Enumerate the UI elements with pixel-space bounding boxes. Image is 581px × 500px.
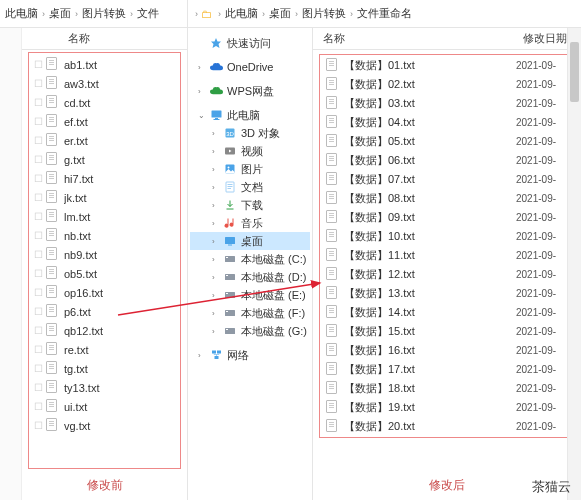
expand-icon[interactable]: › [212, 201, 222, 210]
expand-icon[interactable]: › [212, 147, 222, 156]
file-row[interactable]: 【数据】05.txt2021-09- [320, 132, 574, 151]
checkbox[interactable]: ☐ [30, 211, 46, 222]
nav-item[interactable]: ›桌面 [190, 232, 310, 250]
file-row[interactable]: ☐ab1.txt [30, 55, 179, 74]
bc-seg[interactable]: 此电脑 [225, 6, 258, 21]
file-row[interactable]: ☐aw3.txt [30, 74, 179, 93]
nav-item[interactable]: ›本地磁盘 (G:) [190, 322, 310, 340]
file-row[interactable]: ☐ef.txt [30, 112, 179, 131]
checkbox[interactable]: ☐ [30, 363, 46, 374]
col-name[interactable]: 名称 [64, 31, 187, 46]
file-row[interactable]: ☐tg.txt [30, 359, 179, 378]
bc-seg[interactable]: 文件 [137, 6, 159, 21]
nav-onedrive[interactable]: ›OneDrive [190, 58, 310, 76]
expand-icon[interactable]: › [212, 219, 222, 228]
file-row[interactable]: 【数据】15.txt2021-09- [320, 322, 574, 341]
file-row[interactable]: 【数据】04.txt2021-09- [320, 113, 574, 132]
expand-icon[interactable]: › [212, 273, 222, 282]
file-row[interactable]: ☐op16.txt [30, 283, 179, 302]
nav-network[interactable]: ›网络 [190, 346, 310, 364]
column-header[interactable]: 名称 修改日期 [313, 28, 581, 50]
nav-tree[interactable]: 快速访问 ›OneDrive ›WPS网盘 ⌄此电脑 ›3D3D 对象›视频›图… [188, 28, 313, 500]
checkbox[interactable]: ☐ [30, 306, 46, 317]
file-row[interactable]: 【数据】16.txt2021-09- [320, 341, 574, 360]
nav-wps[interactable]: ›WPS网盘 [190, 82, 310, 100]
column-header[interactable]: 名称 [22, 28, 187, 50]
file-row[interactable]: ☐jk.txt [30, 188, 179, 207]
expand-icon[interactable]: › [212, 129, 222, 138]
file-row[interactable]: ☐er.txt [30, 131, 179, 150]
checkbox[interactable]: ☐ [30, 59, 46, 70]
file-row[interactable]: 【数据】03.txt2021-09- [320, 94, 574, 113]
file-row[interactable]: ☐g.txt [30, 150, 179, 169]
file-row[interactable]: ☐vg.txt [30, 416, 179, 435]
nav-item[interactable]: ›图片 [190, 160, 310, 178]
nav-item[interactable]: ›音乐 [190, 214, 310, 232]
expand-icon[interactable]: › [212, 327, 222, 336]
file-row[interactable]: ☐ob5.txt [30, 264, 179, 283]
file-row[interactable]: 【数据】02.txt2021-09- [320, 75, 574, 94]
breadcrumb-right[interactable]: › 🗀 › 此电脑› 桌面› 图片转换› 文件重命名 [188, 0, 581, 28]
checkbox[interactable]: ☐ [30, 230, 46, 241]
file-row[interactable]: 【数据】01.txt2021-09- [320, 56, 574, 75]
checkbox[interactable]: ☐ [30, 154, 46, 165]
col-name[interactable]: 名称 [319, 31, 523, 46]
file-row[interactable]: 【数据】07.txt2021-09- [320, 170, 574, 189]
nav-item[interactable]: ›文档 [190, 178, 310, 196]
file-list-right[interactable]: 【数据】01.txt2021-09-【数据】02.txt2021-09-【数据】… [313, 50, 581, 471]
checkbox[interactable]: ☐ [30, 325, 46, 336]
expand-icon[interactable]: › [212, 165, 222, 174]
nav-item[interactable]: ›本地磁盘 (F:) [190, 304, 310, 322]
file-row[interactable]: 【数据】19.txt2021-09- [320, 398, 574, 417]
checkbox[interactable]: ☐ [30, 382, 46, 393]
breadcrumb-left[interactable]: 此电脑› 桌面› 图片转换› 文件 [0, 0, 187, 28]
file-row[interactable]: 【数据】12.txt2021-09- [320, 265, 574, 284]
file-row[interactable]: 【数据】20.txt2021-09- [320, 417, 574, 436]
file-row[interactable]: 【数据】11.txt2021-09- [320, 246, 574, 265]
nav-item[interactable]: ›本地磁盘 (D:) [190, 268, 310, 286]
scrollbar[interactable] [567, 28, 581, 500]
expand-icon[interactable]: › [212, 309, 222, 318]
nav-this-pc[interactable]: ⌄此电脑 [190, 106, 310, 124]
file-row[interactable]: 【数据】08.txt2021-09- [320, 189, 574, 208]
checkbox[interactable]: ☐ [30, 344, 46, 355]
file-row[interactable]: ☐p6.txt [30, 302, 179, 321]
file-row[interactable]: ☐hi7.txt [30, 169, 179, 188]
file-row[interactable]: ☐nb9.txt [30, 245, 179, 264]
expand-icon[interactable]: › [212, 291, 222, 300]
nav-item[interactable]: ›3D3D 对象 [190, 124, 310, 142]
bc-seg[interactable]: 桌面 [269, 6, 291, 21]
checkbox[interactable]: ☐ [30, 420, 46, 431]
nav-item[interactable]: ›本地磁盘 (C:) [190, 250, 310, 268]
file-row[interactable]: 【数据】13.txt2021-09- [320, 284, 574, 303]
file-list-left[interactable]: ☐ab1.txt☐aw3.txt☐cd.txt☐ef.txt☐er.txt☐g.… [28, 52, 181, 469]
scrollbar-thumb[interactable] [570, 42, 579, 102]
checkbox[interactable]: ☐ [30, 78, 46, 89]
file-row[interactable]: 【数据】10.txt2021-09- [320, 227, 574, 246]
expand-icon[interactable]: › [212, 237, 222, 246]
file-row[interactable]: 【数据】09.txt2021-09- [320, 208, 574, 227]
checkbox[interactable]: ☐ [30, 192, 46, 203]
collapse-icon[interactable]: ⌄ [198, 111, 208, 120]
file-row[interactable]: ☐qb12.txt [30, 321, 179, 340]
nav-quick-access[interactable]: 快速访问 [190, 34, 310, 52]
file-row[interactable]: 【数据】06.txt2021-09- [320, 151, 574, 170]
bc-seg[interactable]: 桌面 [49, 6, 71, 21]
file-row[interactable]: ☐ty13.txt [30, 378, 179, 397]
file-row[interactable]: 【数据】14.txt2021-09- [320, 303, 574, 322]
bc-seg[interactable]: 此电脑 [5, 6, 38, 21]
checkbox[interactable]: ☐ [30, 401, 46, 412]
file-row[interactable]: 【数据】18.txt2021-09- [320, 379, 574, 398]
checkbox[interactable]: ☐ [30, 287, 46, 298]
nav-item[interactable]: ›视频 [190, 142, 310, 160]
file-row[interactable]: 【数据】17.txt2021-09- [320, 360, 574, 379]
nav-item[interactable]: ›本地磁盘 (E:) [190, 286, 310, 304]
file-row[interactable]: ☐nb.txt [30, 226, 179, 245]
checkbox[interactable]: ☐ [30, 135, 46, 146]
file-row[interactable]: ☐re.txt [30, 340, 179, 359]
expand-icon[interactable]: › [212, 255, 222, 264]
checkbox[interactable]: ☐ [30, 97, 46, 108]
file-row[interactable]: ☐lm.txt [30, 207, 179, 226]
bc-seg[interactable]: 图片转换 [302, 6, 346, 21]
expand-icon[interactable]: › [212, 183, 222, 192]
